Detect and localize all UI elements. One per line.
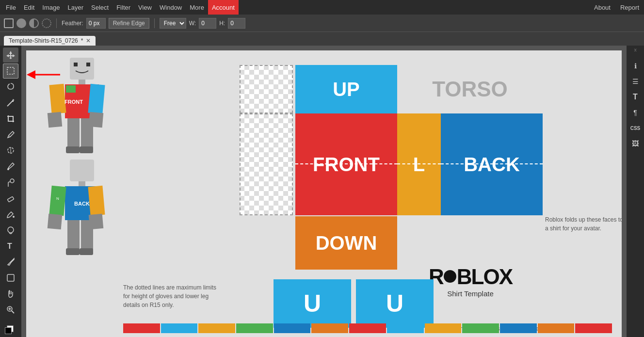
menu-more[interactable]: More [186,0,208,15]
svg-rect-9 [7,196,14,202]
width-input[interactable] [199,18,216,29]
tab-bar: Template-Shirts-R15_0726 * ✕ [0,32,644,46]
arm-u-right: U [356,279,434,328]
left-toolbar: T [0,46,21,337]
svg-rect-27 [66,85,76,93]
svg-rect-20 [70,58,94,80]
menu-edit[interactable]: Edit [20,0,38,15]
info-panel-btn[interactable]: ℹ [628,59,642,73]
svg-rect-33 [66,146,80,153]
right-panel-collapse[interactable]: ›‹ [633,48,638,57]
fold-info-text: Roblox folds up these faces to create a … [545,215,622,233]
height-input[interactable] [228,18,245,29]
torso-label-cell: TORSO [397,65,543,113]
svg-rect-42 [48,214,63,229]
feather-input[interactable] [86,18,106,29]
svg-rect-36 [79,181,85,186]
svg-rect-34 [80,146,93,153]
l-cell: L [397,113,441,215]
refine-edge-button[interactable]: Refine Edge [109,18,149,29]
menu-filter[interactable]: Filter [113,0,134,15]
svg-text:FRONT: FRONT [64,99,83,105]
strip-darkblue2 [500,323,537,333]
menu-window[interactable]: Window [156,0,186,15]
svg-point-11 [8,227,14,233]
svg-marker-3 [12,99,15,102]
crop-tool[interactable] [3,111,18,126]
menu-select[interactable]: Select [87,0,113,15]
svg-rect-40 [88,186,105,216]
document-tab[interactable]: Template-Shirts-R15_0726 * ✕ [4,36,96,46]
color-swatch[interactable] [3,320,18,335]
svg-rect-25 [49,84,66,114]
svg-marker-0 [6,51,15,59]
tab-close-button[interactable]: ✕ [86,37,91,44]
hand-tool[interactable] [3,287,18,302]
svg-rect-26 [88,84,105,114]
empty-slot-2 [240,113,293,215]
options-separator-1 [56,18,57,28]
move-tool[interactable] [3,48,18,63]
svg-rect-21 [74,63,78,66]
u-label-2: U [386,289,403,318]
svg-rect-35 [70,160,94,181]
marquee-tool[interactable] [3,64,18,79]
menu-about[interactable]: About [591,4,613,11]
paint-bucket-tool[interactable] [3,207,18,222]
clone-stamp-tool[interactable] [3,175,18,190]
menu-report[interactable]: Report [617,4,642,11]
svg-text:T: T [7,242,12,250]
para-panel-btn[interactable]: ¶ [628,106,642,119]
text-tool[interactable]: T [3,239,18,254]
strip-orange2 [538,323,575,333]
menu-image[interactable]: Image [38,0,64,15]
menu-layer[interactable]: Layer [64,0,88,15]
css-panel-btn[interactable]: CSS [628,121,642,135]
svg-rect-13 [7,274,14,281]
back-label: BACK [464,154,520,176]
strip-green [236,323,273,333]
strip-red3 [575,323,612,333]
char-upper: FRONT [41,55,123,157]
zoom-tool[interactable] [3,302,18,317]
lasso-tool[interactable] [3,80,18,95]
svg-point-8 [10,179,14,183]
strip-blue2 [387,323,424,333]
marquee-lasso-icon[interactable] [29,18,39,28]
strip-green2 [462,323,499,333]
svg-point-10 [13,216,15,218]
menu-file[interactable]: File [2,0,20,15]
marquee-rect-icon[interactable] [4,18,14,28]
front-cell: FRONT [295,113,397,215]
svg-rect-29 [48,112,63,128]
strip-dark-blue [274,323,311,333]
shape-tool[interactable] [3,271,18,286]
style-dropdown[interactable]: Free [160,18,186,29]
magic-wand-tool[interactable] [3,96,18,111]
feather-label: Feather: [62,20,83,27]
brush-tool[interactable] [3,159,18,174]
menu-account[interactable]: Account [208,0,239,15]
svg-point-7 [7,168,9,170]
up-cell: UP [295,65,397,113]
image-panel-btn[interactable]: 🖼 [628,137,642,150]
blur-tool[interactable] [3,223,18,238]
svg-rect-22 [86,63,90,66]
eraser-tool[interactable] [3,191,18,206]
marquee-magic-icon[interactable] [42,18,51,28]
back-cell: BACK [441,113,543,215]
shirt-template-label: Shirt Template [429,289,512,298]
type-panel-btn[interactable]: T [628,90,642,104]
eyedropper-tool[interactable] [3,127,18,142]
svg-line-4 [9,135,10,137]
menu-view[interactable]: View [134,0,156,15]
character-preview: FRONT [31,55,128,264]
pen-tool[interactable] [3,255,18,270]
strip-yellow2 [425,323,462,333]
front-label: FRONT [313,154,380,176]
layers-panel-btn[interactable]: ☰ [628,75,642,88]
patch-tool[interactable] [3,143,18,158]
marquee-ellipse-icon[interactable] [16,18,26,28]
options-bar: Feather: Refine Edge Free W: H: [0,15,644,32]
svg-text:N: N [56,196,59,201]
